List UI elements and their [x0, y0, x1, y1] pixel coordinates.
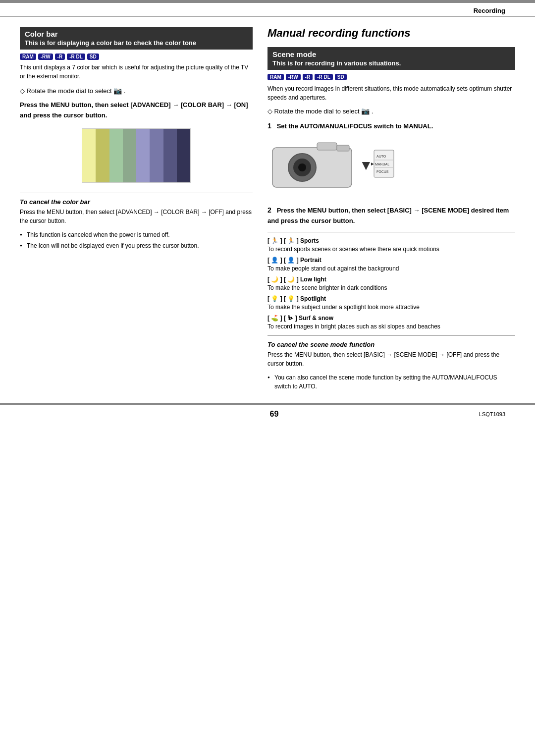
diamond-icon: ◇: [20, 87, 25, 95]
manual-recording-title: Manual recording functions: [268, 27, 515, 40]
camera-icon: 📷: [113, 87, 122, 95]
cancel-color-bar-bullets: This function is canceled when the power…: [20, 230, 253, 250]
color-bar-rotate: ◇ Rotate the mode dial to select 📷 .: [20, 86, 253, 96]
scene-camera-icon: 📷: [361, 107, 370, 115]
badge-r: -R: [55, 54, 65, 60]
svg-text:MANUAL: MANUAL: [375, 162, 389, 166]
scene-badge-rdl: -R DL: [315, 74, 333, 80]
sports-title: [ 🏃 ] [ 🏃 ] Sports: [268, 237, 515, 244]
footer-page-number: 69: [270, 410, 279, 419]
surfsnow-title: [ ⛳ ] [ ⛷ ] Surf & snow: [268, 315, 515, 322]
cancel-color-bar-text: Press the MENU button, then select [ADVA…: [20, 208, 253, 225]
colorbar-strip-7: [163, 129, 177, 182]
left-column: Color bar This is for displaying a color…: [20, 17, 253, 393]
scene-badge-r: -R: [303, 74, 313, 80]
scene-mode-box: Scene mode This is for recording in vari…: [268, 47, 515, 70]
cancel-color-bar-title: To cancel the color bar: [20, 198, 253, 206]
svg-rect-5: [337, 145, 349, 151]
svg-text:AUTO: AUTO: [376, 155, 386, 158]
svg-text:FOCUS: FOCUS: [376, 170, 389, 173]
cancel-scene-bullets: You can also cancel the scene mode funct…: [268, 373, 515, 391]
divider-colorbar: [20, 193, 253, 193]
color-bar-box: Color bar This is for displaying a color…: [20, 27, 253, 50]
scene-item-sports: [ 🏃 ] [ 🏃 ] Sports To record sports scen…: [268, 237, 515, 254]
scene-item-surfsnow: [ ⛳ ] [ ⛷ ] Surf & snow To record images…: [268, 315, 515, 331]
portrait-text: To make people stand out against the bac…: [268, 265, 515, 273]
color-bar-subtitle: This is for displaying a color bar to ch…: [25, 39, 248, 47]
step1-number: 1: [268, 122, 271, 130]
surfsnow-text: To record images in bright places such a…: [268, 323, 515, 331]
colorbar-strip-3: [109, 129, 123, 182]
color-bar-image: [82, 128, 191, 183]
sports-title-text: [ 🏃 ] Sports: [284, 237, 319, 244]
right-column: Manual recording functions Scene mode Th…: [268, 17, 515, 393]
colorbar-strip-8: [177, 129, 190, 182]
page-footer: 69 LSQT1093: [0, 403, 535, 424]
header-section: Recording: [474, 7, 505, 14]
step1-text: Set the AUTO/MANUAL/FOCUS switch to MANU…: [277, 122, 433, 130]
scene-mode-title: Scene mode: [272, 50, 510, 58]
spotlight-text: To make the subject under a spotlight lo…: [268, 303, 515, 312]
scene-mode-rotate: ◇ Rotate the mode dial to select 📷 .: [268, 106, 515, 116]
cancel-scene-text: Press the MENU button, then select [BASI…: [268, 350, 515, 368]
divider-step2: [268, 232, 515, 232]
spotlight-title: [ 💡 ] [ 💡 ] Spotlight: [268, 295, 515, 302]
badge-rdl: -R DL: [67, 54, 85, 60]
scene-badge-ram: RAM: [268, 74, 284, 80]
scene-badge-sd: SD: [335, 74, 347, 80]
step2-instruction: 2 Press the MENU button, then select [BA…: [268, 205, 515, 226]
page-header: Recording: [0, 3, 535, 17]
svg-point-3: [298, 163, 306, 171]
svg-text:►: ►: [370, 161, 375, 166]
cancel-scene-title: To cancel the scene mode function: [268, 341, 515, 348]
footer-code: LSQT1093: [479, 411, 505, 417]
color-bar-title: Color bar: [25, 30, 248, 38]
bullet-1: This function is canceled when the power…: [20, 230, 253, 239]
bullet-2: The icon will not be displayed even if y…: [20, 241, 253, 250]
scene-item-portrait: [ 👤 ] [ 👤 ] Portrait To make people stan…: [268, 257, 515, 273]
scene-item-spotlight: [ 💡 ] [ 💡 ] Spotlight To make the subjec…: [268, 295, 515, 312]
step2-number: 2: [268, 206, 271, 214]
portrait-title-text: [ 👤 ] Portrait: [284, 257, 321, 264]
content-area: Color bar This is for displaying a color…: [0, 17, 535, 393]
colorbar-strip-2: [96, 129, 109, 182]
colorbar-strip-5: [136, 129, 150, 182]
step2-text: Press the MENU button, then select [BASI…: [268, 207, 509, 224]
step1-instruction: 1 Set the AUTO/MANUAL/FOCUS switch to MA…: [268, 120, 515, 132]
scene-mode-subtitle: This is for recording in various situati…: [272, 59, 510, 67]
cancel-scene-bullet-1: You can also cancel the scene mode funct…: [268, 373, 515, 391]
sports-text: To record sports scenes or scenes where …: [268, 245, 515, 254]
scene-mode-description: When you record images in different situ…: [268, 84, 515, 102]
badge-sd: SD: [87, 54, 99, 60]
svg-rect-4: [317, 143, 337, 150]
lowlight-text: To make the scene brighter in dark condi…: [268, 284, 515, 292]
portrait-title: [ 👤 ] [ 👤 ] Portrait: [268, 257, 515, 264]
scene-diamond-icon: ◇: [268, 108, 272, 115]
camera-illustration: ▼ AUTO MANUAL FOCUS ►: [268, 138, 396, 197]
scene-item-lowlight: [ 🌙 ] [ 🌙 ] Low light To make the scene …: [268, 276, 515, 292]
scene-badge-rw: -RW: [286, 74, 301, 80]
color-bar-badges: RAM -RW -R -R DL SD: [20, 54, 253, 60]
colorbar-strip-6: [150, 129, 163, 182]
badge-ram: RAM: [20, 54, 36, 60]
divider-cancel-scene: [268, 335, 515, 336]
colorbar-strip-4: [123, 129, 136, 182]
surfsnow-title-text: [ ⛷ ] Surf & snow: [284, 315, 333, 322]
spotlight-title-text: [ 💡 ] Spotlight: [284, 295, 326, 302]
lowlight-title-text: [ 🌙 ] Low light: [284, 276, 326, 283]
scene-mode-badges: RAM -RW -R -R DL SD: [268, 74, 515, 80]
page-container: Recording Color bar This is for displayi…: [0, 0, 535, 756]
camera-svg: ▼ AUTO MANUAL FOCUS ►: [268, 138, 396, 197]
colorbar-strip-1: [82, 129, 96, 182]
lowlight-title: [ 🌙 ] [ 🌙 ] Low light: [268, 276, 515, 283]
badge-rw: -RW: [38, 54, 53, 60]
color-bar-menu-instruction: Press the MENU button, then select [ADVA…: [20, 100, 253, 121]
color-bar-description: This unit displays a 7 color bar which i…: [20, 63, 253, 81]
